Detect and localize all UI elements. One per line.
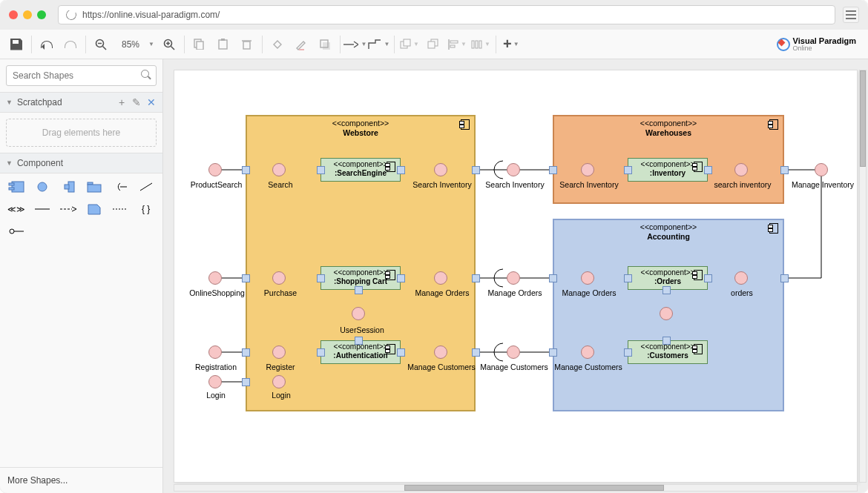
paste-button[interactable] xyxy=(211,33,235,56)
interface[interactable] xyxy=(507,163,520,176)
shape-package-icon[interactable] xyxy=(85,179,103,194)
port[interactable] xyxy=(397,348,405,357)
undo-button[interactable] xyxy=(35,33,59,56)
shape-port-icon[interactable] xyxy=(59,179,77,194)
interface[interactable] xyxy=(815,163,828,176)
interface[interactable] xyxy=(434,271,447,285)
search-icon[interactable] xyxy=(141,70,151,79)
scrollbar-horizontal[interactable] xyxy=(174,484,858,492)
edit-icon[interactable]: ✎ xyxy=(131,97,142,107)
reload-icon[interactable] xyxy=(65,8,78,21)
interface[interactable] xyxy=(208,345,222,359)
port[interactable] xyxy=(242,274,250,282)
port[interactable] xyxy=(472,348,480,357)
shape-dash-icon[interactable] xyxy=(111,202,129,216)
port[interactable] xyxy=(780,274,789,282)
scrollbar-vertical[interactable] xyxy=(859,70,867,483)
port[interactable] xyxy=(624,274,632,282)
interface[interactable] xyxy=(272,345,286,359)
zoom-out-button[interactable] xyxy=(89,33,113,56)
port[interactable] xyxy=(397,166,405,174)
port[interactable] xyxy=(355,337,363,345)
scrollbar-thumb[interactable] xyxy=(860,70,866,167)
paper[interactable]: <<component>>Webstore <<component>>Wareh… xyxy=(174,70,858,483)
port[interactable] xyxy=(317,166,325,174)
port[interactable] xyxy=(704,166,712,174)
port[interactable] xyxy=(472,166,480,174)
interface[interactable] xyxy=(272,375,286,388)
stroke-button[interactable] xyxy=(289,33,313,56)
toback-button[interactable] xyxy=(421,33,445,56)
interface[interactable] xyxy=(507,345,520,359)
search-shapes-input[interactable] xyxy=(6,65,157,86)
interface[interactable] xyxy=(434,345,447,359)
interface[interactable] xyxy=(208,375,222,388)
port[interactable] xyxy=(549,348,557,357)
shadow-button[interactable] xyxy=(313,33,337,56)
distribute-button[interactable]: ▼ xyxy=(469,33,493,56)
shape-assoc-icon[interactable] xyxy=(33,202,51,216)
interface[interactable] xyxy=(734,271,748,285)
port[interactable] xyxy=(317,348,325,357)
shape-note-icon[interactable] xyxy=(85,202,103,216)
brand[interactable]: Visual Paradigm Online xyxy=(777,37,864,52)
shape-lollipop-icon[interactable] xyxy=(7,224,25,239)
port[interactable] xyxy=(397,274,405,282)
port[interactable] xyxy=(662,286,671,294)
port[interactable] xyxy=(549,166,557,174)
interface[interactable] xyxy=(581,163,594,176)
interface[interactable] xyxy=(734,163,748,176)
zoom-level[interactable]: 85% ▼ xyxy=(113,39,157,50)
scrollbar-thumb[interactable] xyxy=(404,485,664,491)
shape-depend-icon[interactable] xyxy=(59,202,77,216)
browser-menu-icon[interactable] xyxy=(843,7,859,23)
component-panel-header[interactable]: ▼ Component xyxy=(0,153,162,173)
port[interactable] xyxy=(242,166,250,174)
port[interactable] xyxy=(355,286,363,294)
shape-constraint-icon[interactable]: { } xyxy=(137,202,155,216)
maximize-window-icon[interactable] xyxy=(37,10,46,19)
delete-button[interactable] xyxy=(235,33,259,56)
shape-interface-icon[interactable] xyxy=(33,179,51,194)
interface[interactable] xyxy=(507,271,520,285)
align-button[interactable]: ▼ xyxy=(445,33,469,56)
component-inventory[interactable]: <<component>>:Inventory xyxy=(628,158,708,182)
interface[interactable] xyxy=(581,345,594,359)
canvas[interactable]: <<component>>Webstore <<component>>Wareh… xyxy=(163,59,868,493)
port[interactable] xyxy=(317,274,325,282)
interface[interactable] xyxy=(660,307,673,320)
waypoint-button[interactable]: ▼ xyxy=(367,33,391,56)
more-shapes-button[interactable]: More Shapes... xyxy=(0,467,162,493)
interface[interactable] xyxy=(208,163,222,176)
interface[interactable] xyxy=(272,271,286,285)
interface[interactable] xyxy=(352,307,365,320)
add-button[interactable]: +▼ xyxy=(499,33,523,56)
port[interactable] xyxy=(704,274,712,282)
port[interactable] xyxy=(624,166,632,174)
interface[interactable] xyxy=(208,271,222,285)
component-search-engine[interactable]: <<component>>:SearchEngine xyxy=(320,158,401,182)
copy-button[interactable] xyxy=(188,33,211,56)
url-bar[interactable]: https://online.visual-paradigm.com/ xyxy=(58,5,835,24)
fill-button[interactable] xyxy=(266,33,289,56)
port[interactable] xyxy=(242,378,250,386)
port[interactable] xyxy=(242,348,250,357)
port[interactable] xyxy=(472,274,480,282)
port[interactable] xyxy=(780,166,789,174)
port[interactable] xyxy=(549,274,557,282)
tofront-button[interactable]: ▼ xyxy=(398,33,421,56)
scratchpad-dropzone[interactable]: Drag elements here xyxy=(6,119,157,147)
zoom-in-button[interactable] xyxy=(157,33,181,56)
minimize-window-icon[interactable] xyxy=(23,10,32,19)
interface[interactable] xyxy=(434,163,447,176)
redo-button[interactable] xyxy=(59,33,82,56)
close-icon[interactable]: ✕ xyxy=(146,97,157,107)
save-button[interactable] xyxy=(4,33,28,56)
interface[interactable] xyxy=(272,163,286,176)
interface[interactable] xyxy=(581,271,594,285)
close-window-icon[interactable] xyxy=(9,10,18,19)
port[interactable] xyxy=(662,337,671,345)
shape-required-icon[interactable] xyxy=(111,179,129,194)
add-icon[interactable]: + xyxy=(116,97,127,107)
scratchpad-header[interactable]: ▼ Scratchpad + ✎ ✕ xyxy=(0,92,162,113)
